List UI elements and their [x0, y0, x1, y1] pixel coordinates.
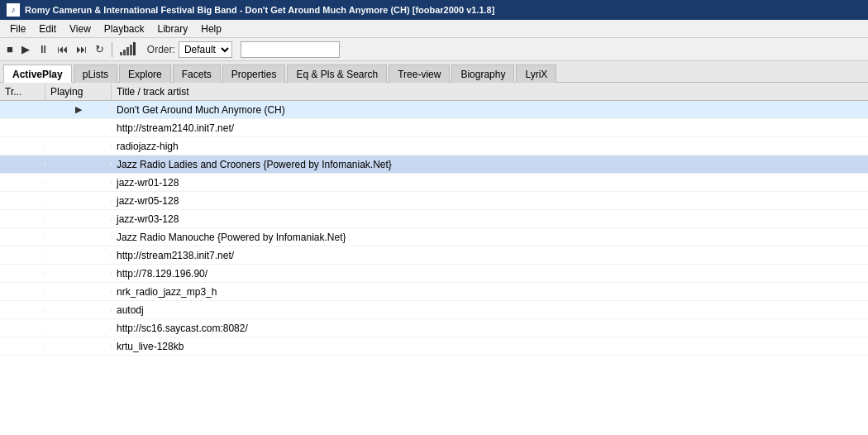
playing-indicator: ▶ [45, 103, 112, 117]
order-section: Order: Default [147, 41, 232, 58]
tab-eq---pls---search[interactable]: Eq & Pls & Search [287, 65, 387, 83]
title-text: Romy Camerun & International Festival Bi… [25, 5, 494, 15]
order-select[interactable]: Default [179, 41, 232, 58]
track-title: Jazz Radio Manouche {Powered by Infomani… [112, 230, 868, 245]
track-number [0, 163, 45, 166]
playing-indicator [45, 163, 112, 166]
track-title: autodj [112, 303, 868, 318]
next-button[interactable]: ⏭ [73, 42, 90, 56]
track-number [0, 181, 45, 184]
table-row[interactable]: jazz-wr05-128 [0, 192, 868, 210]
playing-indicator [45, 236, 112, 239]
column-headers: Tr... Playing Title / track artist [0, 83, 868, 101]
table-row[interactable]: jazz-wr03-128 [0, 210, 868, 228]
table-row[interactable]: http://stream2140.init7.net/ [0, 119, 868, 137]
tab-biography[interactable]: Biography [451, 65, 514, 83]
tab-lyrix[interactable]: LyriX [516, 65, 556, 83]
table-row[interactable]: jazz-wr01-128 [0, 174, 868, 192]
track-number [0, 108, 45, 112]
table-row[interactable]: autodj [0, 301, 868, 319]
track-title: http://sc16.saycast.com:8082/ [112, 321, 868, 336]
tab-facets[interactable]: Facets [173, 65, 221, 83]
tabs: ActivePlaypListsExploreFacetsPropertiesE… [0, 61, 868, 83]
track-title: radiojazz-high [112, 139, 868, 154]
table-row[interactable]: ▶Don't Get Around Much Anymore (CH) [0, 101, 868, 119]
playing-indicator [45, 218, 112, 221]
play-arrow-icon: ▶ [75, 104, 82, 115]
playing-indicator [45, 308, 112, 312]
table-row[interactable]: Jazz Radio Ladies and Crooners {Powered … [0, 155, 868, 174]
track-title: Don't Get Around Much Anymore (CH) [112, 103, 868, 117]
table-row[interactable]: radiojazz-high [0, 137, 868, 155]
track-number [0, 145, 45, 148]
menu-item-playback[interactable]: Playback [98, 21, 151, 37]
track-title: http://stream2140.init7.net/ [112, 121, 868, 136]
track-title: http://stream2138.init7.net/ [112, 248, 868, 263]
table-row[interactable]: krtu_live-128kb [0, 337, 868, 356]
track-title: jazz-wr05-128 [112, 194, 868, 208]
separator-1 [112, 42, 112, 57]
menu-item-library[interactable]: Library [151, 21, 195, 37]
track-number [0, 254, 45, 257]
menu-item-edit[interactable]: Edit [32, 21, 63, 37]
playing-indicator [45, 272, 112, 275]
playing-indicator [45, 345, 112, 348]
toolbar: ■ ▶ ⏸ ⏮ ⏭ ↻ Order: Default [0, 38, 868, 61]
playing-indicator [45, 254, 112, 257]
menu-item-help[interactable]: Help [194, 21, 228, 37]
search-input[interactable] [241, 41, 340, 58]
random-button[interactable]: ↻ [92, 42, 107, 56]
track-title: jazz-wr01-128 [112, 175, 868, 190]
playing-indicator [45, 327, 112, 330]
track-number [0, 199, 45, 203]
track-number [0, 272, 45, 275]
tab-properties[interactable]: Properties [222, 65, 286, 83]
table-row[interactable]: http://78.129.196.90/ [0, 265, 868, 283]
table-row[interactable]: http://stream2138.init7.net/ [0, 246, 868, 265]
title-bar: ♪ Romy Camerun & International Festival … [0, 0, 868, 20]
tab-activeplay[interactable]: ActivePlay [3, 65, 72, 83]
col-track-header: Tr... [0, 83, 45, 100]
menu-item-view[interactable]: View [63, 21, 98, 37]
track-number [0, 218, 45, 221]
table-row[interactable]: Jazz Radio Manouche {Powered by Infomani… [0, 228, 868, 246]
playing-indicator [45, 145, 112, 148]
stop-button[interactable]: ■ [3, 42, 17, 56]
tab-tree-view[interactable]: Tree-view [389, 65, 450, 83]
pause-button[interactable]: ⏸ [35, 42, 52, 56]
table-row[interactable]: nrk_radio_jazz_mp3_h [0, 283, 868, 301]
track-number [0, 345, 45, 348]
menu-bar: FileEditViewPlaybackLibraryHelp [0, 20, 868, 38]
track-title: jazz-wr03-128 [112, 212, 868, 227]
track-number [0, 127, 45, 130]
main-container: Tr... Playing Title / track artist ▶Don'… [0, 83, 868, 435]
col-title-header: Title / track artist [112, 83, 868, 100]
track-number [0, 290, 45, 294]
tab-explore[interactable]: Explore [119, 65, 171, 83]
playing-indicator [45, 199, 112, 203]
order-label: Order: [147, 44, 175, 55]
table-row[interactable]: http://sc16.saycast.com:8082/ [0, 319, 868, 337]
playing-indicator [45, 181, 112, 184]
playing-indicator [45, 127, 112, 130]
track-title: http://78.129.196.90/ [112, 266, 868, 281]
track-number [0, 308, 45, 312]
col-playing-header: Playing [45, 83, 112, 100]
tab-plists[interactable]: pLists [74, 65, 117, 83]
menu-item-file[interactable]: File [3, 21, 32, 37]
track-title: krtu_live-128kb [112, 339, 868, 354]
track-title: nrk_radio_jazz_mp3_h [112, 284, 868, 299]
play-button[interactable]: ▶ [18, 42, 33, 56]
playing-indicator [45, 290, 112, 294]
track-list: ▶Don't Get Around Much Anymore (CH)http:… [0, 101, 868, 435]
prev-button[interactable]: ⏮ [54, 42, 71, 56]
track-number [0, 236, 45, 239]
track-number [0, 327, 45, 330]
app-icon: ♪ [7, 3, 20, 17]
volume-icon[interactable] [117, 42, 139, 57]
track-title: Jazz Radio Ladies and Crooners {Powered … [112, 157, 868, 172]
